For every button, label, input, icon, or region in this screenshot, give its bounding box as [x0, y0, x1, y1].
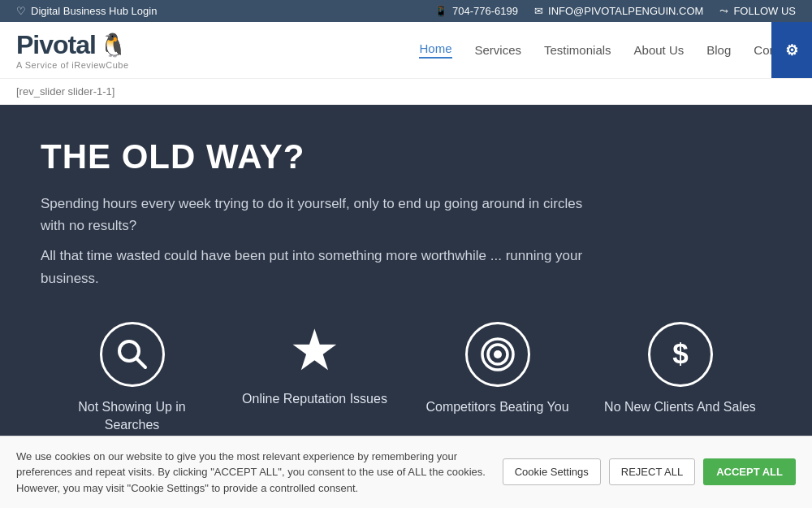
login-link[interactable]: ♡ Digital Business Hub Login	[16, 5, 157, 17]
nav-services[interactable]: Services	[475, 43, 522, 57]
cookie-text: We use cookies on our website to give yo…	[16, 449, 486, 497]
contact-info: 📱 704-776-6199 ✉ INFO@PIVOTALPENGUIN.COM…	[434, 5, 796, 17]
email-icon: ✉	[534, 5, 543, 17]
accessibility-icon: ⚙	[785, 41, 798, 59]
cookie-buttons: Cookie Settings REJECT ALL ACCEPT ALL	[503, 458, 796, 485]
search-icon	[112, 334, 153, 375]
follow-item[interactable]: ⤳ FOLLOW US	[719, 5, 796, 17]
phone-icon: 📱	[434, 5, 447, 17]
search-label: Not Showing Up in Searches	[51, 398, 214, 435]
icon-item-target: Competitors Beating You	[417, 322, 579, 435]
reject-all-button[interactable]: REJECT ALL	[609, 458, 695, 485]
svg-point-4	[494, 350, 502, 358]
hero-heading: THE OLD WAY?	[41, 137, 771, 176]
icon-item-star: ★ Online Reputation Issues	[234, 322, 396, 435]
hero-icons-row: Not Showing Up in Searches ★ Online Repu…	[41, 322, 771, 435]
logo[interactable]: Pivotal🐧 A Service of iReviewCube	[16, 30, 129, 70]
hero-paragraph-1: Spending hours every week trying to do i…	[41, 193, 609, 237]
accessibility-button[interactable]: ⚙	[771, 22, 812, 78]
site-header: Pivotal🐧 A Service of iReviewCube Home S…	[0, 22, 812, 79]
dollar-icon-circle: $	[648, 322, 713, 387]
share-icon: ⤳	[719, 5, 728, 17]
main-nav: Home Services Testimonials About Us Blog…	[419, 41, 796, 59]
nav-testimonials[interactable]: Testimonials	[544, 43, 611, 57]
star-icon: ★	[289, 322, 340, 379]
svg-text:$: $	[672, 337, 688, 369]
dollar-icon: $	[660, 334, 701, 375]
hero-section: THE OLD WAY? Spending hours every week t…	[0, 105, 812, 475]
top-bar: ♡ Digital Business Hub Login 📱 704-776-6…	[0, 0, 812, 22]
icon-item-dollar: $ No New Clients And Sales	[599, 322, 762, 435]
cookie-settings-button[interactable]: Cookie Settings	[503, 458, 601, 485]
hero-paragraph-2: All that time wasted could have been put…	[41, 245, 609, 289]
svg-line-1	[136, 358, 145, 367]
nav-home[interactable]: Home	[419, 41, 451, 59]
target-icon-circle	[465, 322, 530, 387]
accept-all-button[interactable]: ACCEPT ALL	[703, 458, 796, 485]
nav-about[interactable]: About Us	[634, 43, 685, 57]
slider-placeholder: [rev_slider slider-1-1]	[0, 79, 812, 105]
icon-item-search: Not Showing Up in Searches	[51, 322, 214, 435]
email-item[interactable]: ✉ INFO@PIVOTALPENGUIN.COM	[534, 5, 703, 17]
star-label: Online Reputation Issues	[242, 390, 387, 408]
target-label: Competitors Beating You	[425, 398, 568, 416]
dollar-label: No New Clients And Sales	[604, 398, 756, 416]
target-icon	[477, 334, 518, 375]
heart-icon: ♡	[16, 5, 26, 17]
phone-item[interactable]: 📱 704-776-6199	[434, 5, 518, 17]
nav-blog[interactable]: Blog	[706, 43, 731, 57]
cookie-bar: We use cookies on our website to give yo…	[0, 436, 812, 509]
logo-wordmark: Pivotal🐧	[16, 30, 127, 60]
search-icon-circle	[100, 322, 165, 387]
